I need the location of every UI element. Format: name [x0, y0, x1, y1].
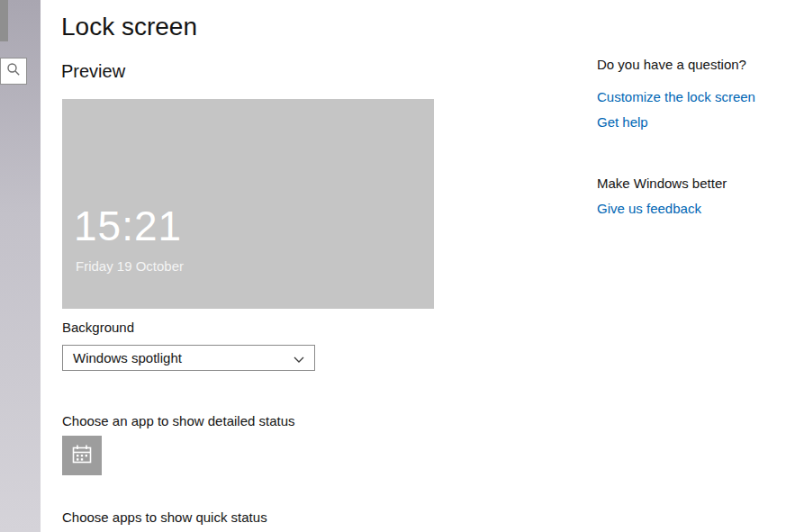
preview-time: 15:21 — [74, 202, 182, 250]
get-help-link[interactable]: Get help — [597, 114, 648, 130]
chevron-down-icon — [294, 350, 304, 365]
page-title: Lock screen — [61, 13, 197, 41]
feedback-heading: Make Windows better — [597, 176, 727, 191]
detailed-status-app-button[interactable] — [62, 436, 102, 475]
detailed-status-label: Choose an app to show detailed status — [62, 413, 295, 428]
background-dropdown-value: Windows spotlight — [73, 350, 182, 365]
settings-window: Lock screen Preview 15:21 Friday 19 Octo… — [0, 0, 786, 532]
quick-status-label: Choose apps to show quick status — [62, 509, 267, 525]
customize-lock-screen-link[interactable]: Customize the lock screen — [597, 89, 755, 104]
calendar-icon — [70, 443, 94, 469]
preview-date: Friday 19 October — [76, 258, 184, 274]
question-heading: Do you have a question? — [597, 57, 746, 72]
background-label: Background — [62, 320, 134, 335]
give-feedback-link[interactable]: Give us feedback — [597, 201, 701, 216]
help-panel: Do you have a question? Customize the lo… — [597, 0, 786, 532]
lock-screen-preview: 15:21 Friday 19 October — [62, 99, 434, 309]
preview-heading: Preview — [61, 61, 125, 82]
background-dropdown[interactable]: Windows spotlight — [62, 345, 315, 371]
